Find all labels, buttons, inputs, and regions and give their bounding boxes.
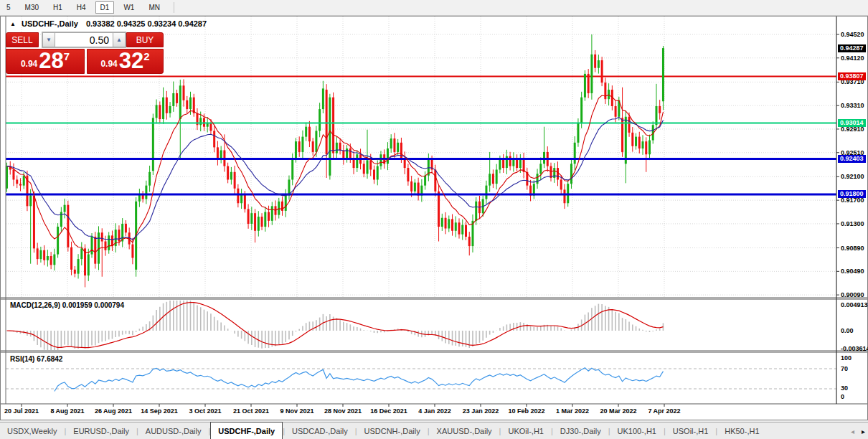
price-tick-label: 0.94520	[841, 31, 864, 38]
date-tick-label: 23 Jan 2022	[463, 407, 499, 415]
chart-tab-usoil[interactable]: USOil-,H1	[666, 423, 716, 439]
date-tick-label: 8 Aug 2021	[50, 407, 84, 415]
macd-axis-label: -0.003614	[841, 345, 868, 352]
volume-input[interactable]	[55, 32, 113, 47]
sell-button[interactable]: SELL	[6, 32, 39, 47]
rsi-axis-label: 30	[841, 384, 848, 392]
macd-indicator-label: MACD(12,26,9) 0.001959 0.000794	[10, 301, 124, 309]
chart-tab-usdchf[interactable]: USDCHF-,Daily	[210, 422, 283, 439]
date-tick-label: 20 Mar 2022	[600, 407, 636, 415]
price-badge: 0.93014	[838, 119, 866, 127]
chart-title: ▲ USDCHF-,Daily 0.93382 0.94325 0.93234 …	[10, 19, 207, 28]
price-tick-label: 0.94120	[841, 55, 864, 62]
macd-axis-label: 0.004913	[841, 301, 868, 308]
date-tick-label: 4 Jan 2022	[418, 407, 451, 415]
price-tick-label: 0.90090	[841, 291, 864, 298]
date-tick-label: 10 Feb 2022	[508, 407, 544, 415]
tab-scroll-left-icon[interactable]: ◂	[851, 428, 854, 435]
volume-decrease-icon[interactable]: ▼	[42, 32, 55, 47]
buy-price-button[interactable]: 0.94 32 2	[87, 49, 164, 74]
chart-tab-dj30[interactable]: DJ30-,Daily	[553, 423, 608, 439]
price-tick-label: 0.90890	[841, 245, 864, 252]
date-tick-label: 20 Jul 2021	[4, 407, 39, 415]
chart-tab-uk100[interactable]: UK100-,H1	[610, 423, 664, 439]
tab-scroll-buttons: ◂ ▸	[851, 423, 865, 439]
price-badge: 0.92403	[838, 155, 866, 163]
tab-scroll-right-icon[interactable]: ▸	[862, 428, 865, 435]
volume-spinner: ▼ ▲	[42, 32, 126, 48]
chart-tab-bar: USDX,Weekly|EURUSD-,Daily|AUDUSD-,Daily|…	[0, 422, 868, 439]
macd-axis-label: 0.00	[841, 327, 854, 334]
chart-tab-hk50[interactable]: HK50-,H1	[717, 423, 766, 439]
buy-price-prefix: 0.94	[100, 59, 117, 69]
price-badge: 0.94287	[838, 44, 866, 52]
buy-price-sup: 2	[143, 50, 149, 62]
buy-button[interactable]: BUY	[126, 32, 164, 47]
chart-tab-usdcnh[interactable]: USDCNH-,Daily	[357, 423, 428, 439]
date-tick-label: 7 Apr 2022	[648, 407, 680, 415]
date-tick-label: 21 Oct 2021	[233, 407, 269, 415]
chart-tab-audusd[interactable]: AUDUSD-,Daily	[138, 423, 209, 439]
date-tick-label: 28 Nov 2021	[324, 407, 362, 415]
chart-tab-usdx[interactable]: USDX,Weekly	[0, 423, 64, 439]
mt4-terminal: { "toolbar": { "timeframes": ["5","M30",…	[0, 0, 868, 439]
price-badge: 0.93807	[838, 72, 866, 80]
chart-tab-eurusd[interactable]: EURUSD-,Daily	[66, 423, 136, 439]
price-tick-label: 0.90490	[841, 268, 864, 275]
one-click-trade-panel: SELL ▼ ▲ BUY 0.94 28 7 0.94 32 2	[6, 32, 164, 74]
date-tick-label: 3 Oct 2021	[189, 407, 221, 415]
price-tick-label: 0.91300	[841, 220, 864, 227]
sell-price-big: 28	[39, 50, 63, 72]
date-tick-label: 26 Aug 2021	[95, 407, 132, 415]
price-tick-label: 0.93310	[841, 102, 864, 109]
sell-price-button[interactable]: 0.94 28 7	[6, 49, 85, 74]
buy-price-big: 32	[119, 50, 143, 72]
date-tick-label: 16 Dec 2021	[370, 407, 407, 415]
price-badge: 0.91800	[838, 190, 866, 198]
volume-increase-icon[interactable]: ▲	[113, 32, 126, 47]
date-tick-label: 1 Mar 2022	[556, 407, 589, 415]
chart-tab-xauusd[interactable]: XAUUSD-,Daily	[430, 423, 499, 439]
chart-symbol-period: USDCHF-,Daily	[22, 19, 78, 28]
rsi-indicator-label: RSI(14) 67.6842	[10, 355, 62, 363]
date-tick-label: 9 Nov 2021	[280, 407, 313, 415]
sell-price-prefix: 0.94	[21, 59, 37, 69]
chart-ohlc-values: 0.93382 0.94325 0.93234 0.94287	[86, 19, 207, 28]
sell-price-sup: 7	[64, 50, 70, 62]
chart-tab-usdcad[interactable]: USDCAD-,Daily	[285, 423, 355, 439]
price-tick-label: 0.92100	[841, 173, 864, 180]
chart-tab-ukoil[interactable]: UKOil-,H1	[501, 423, 551, 439]
rsi-axis-label: 100	[841, 354, 852, 362]
rsi-axis-label: 70	[841, 365, 848, 372]
rsi-axis-label: 0	[841, 393, 844, 400]
panel-collapse-arrow-icon[interactable]: ▲	[10, 21, 16, 27]
date-tick-label: 14 Sep 2021	[141, 407, 178, 415]
